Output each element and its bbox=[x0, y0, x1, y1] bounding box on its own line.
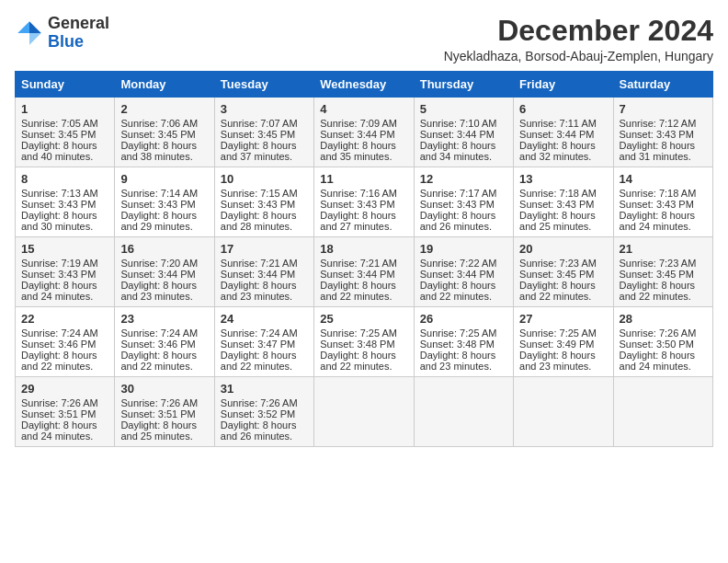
sunrise-text: Sunrise: 7:25 AM bbox=[420, 327, 497, 339]
day-number: 19 bbox=[420, 242, 507, 256]
month-title: December 2024 bbox=[444, 15, 713, 47]
sunrise-text: Sunrise: 7:15 AM bbox=[221, 188, 298, 199]
calendar-cell bbox=[314, 377, 414, 447]
day-number: 20 bbox=[519, 242, 607, 256]
sunset-text: Sunset: 3:45 PM bbox=[620, 269, 694, 280]
calendar-table: SundayMondayTuesdayWednesdayThursdayFrid… bbox=[15, 71, 713, 447]
sunrise-text: Sunrise: 7:24 AM bbox=[120, 327, 198, 339]
calendar-cell: 29Sunrise: 7:26 AMSunset: 3:51 PMDayligh… bbox=[16, 377, 115, 447]
calendar-cell: 8Sunrise: 7:13 AMSunset: 3:43 PMDaylight… bbox=[16, 167, 115, 237]
calendar-cell: 28Sunrise: 7:26 AMSunset: 3:50 PMDayligh… bbox=[613, 307, 712, 377]
sunrise-text: Sunrise: 7:26 AM bbox=[620, 327, 697, 339]
sunrise-text: Sunrise: 7:16 AM bbox=[320, 188, 397, 199]
calendar-cell: 18Sunrise: 7:21 AMSunset: 3:44 PMDayligh… bbox=[314, 237, 414, 307]
sunset-text: Sunset: 3:48 PM bbox=[420, 339, 495, 350]
day-number: 17 bbox=[221, 242, 308, 256]
calendar-cell: 22Sunrise: 7:24 AMSunset: 3:46 PMDayligh… bbox=[16, 307, 115, 377]
calendar-cell: 10Sunrise: 7:15 AMSunset: 3:43 PMDayligh… bbox=[214, 167, 313, 237]
daylight-text: Daylight: 8 hours and 22 minutes. bbox=[620, 280, 696, 302]
sunrise-text: Sunrise: 7:19 AM bbox=[21, 258, 98, 269]
sunset-text: Sunset: 3:50 PM bbox=[620, 339, 694, 350]
day-number: 18 bbox=[320, 242, 407, 256]
sunset-text: Sunset: 3:44 PM bbox=[320, 129, 394, 140]
day-number: 6 bbox=[519, 102, 607, 116]
sunset-text: Sunset: 3:43 PM bbox=[21, 269, 96, 280]
calendar-cell: 25Sunrise: 7:25 AMSunset: 3:48 PMDayligh… bbox=[314, 307, 414, 377]
calendar-cell: 16Sunrise: 7:20 AMSunset: 3:44 PMDayligh… bbox=[115, 237, 214, 307]
calendar-cell: 15Sunrise: 7:19 AMSunset: 3:43 PMDayligh… bbox=[16, 237, 115, 307]
daylight-text: Daylight: 8 hours and 24 minutes. bbox=[620, 350, 696, 372]
sunrise-text: Sunrise: 7:20 AM bbox=[120, 258, 198, 269]
calendar-cell: 24Sunrise: 7:24 AMSunset: 3:47 PMDayligh… bbox=[214, 307, 313, 377]
sunrise-text: Sunrise: 7:07 AM bbox=[221, 118, 298, 129]
sunrise-text: Sunrise: 7:13 AM bbox=[21, 188, 98, 199]
header-sunday: Sunday bbox=[16, 72, 115, 98]
day-number: 27 bbox=[519, 312, 607, 326]
sunrise-text: Sunrise: 7:12 AM bbox=[620, 118, 697, 129]
sunset-text: Sunset: 3:43 PM bbox=[221, 199, 295, 210]
daylight-text: Daylight: 8 hours and 22 minutes. bbox=[519, 280, 596, 302]
page-header: General Blue December 2024 Nyekladhaza, … bbox=[15, 15, 713, 63]
daylight-text: Daylight: 8 hours and 23 minutes. bbox=[420, 350, 496, 372]
day-number: 8 bbox=[21, 172, 108, 186]
day-number: 3 bbox=[221, 102, 308, 116]
day-number: 29 bbox=[21, 382, 108, 396]
day-number: 21 bbox=[620, 242, 707, 256]
calendar-cell bbox=[613, 377, 712, 447]
day-number: 9 bbox=[120, 172, 208, 186]
sunrise-text: Sunrise: 7:26 AM bbox=[120, 397, 198, 408]
sunrise-text: Sunrise: 7:10 AM bbox=[420, 118, 497, 129]
daylight-text: Daylight: 8 hours and 22 minutes. bbox=[120, 350, 197, 372]
day-number: 15 bbox=[21, 242, 108, 256]
calendar-cell: 21Sunrise: 7:23 AMSunset: 3:45 PMDayligh… bbox=[613, 237, 712, 307]
daylight-text: Daylight: 8 hours and 23 minutes. bbox=[120, 280, 197, 302]
sunset-text: Sunset: 3:51 PM bbox=[21, 408, 96, 419]
daylight-text: Daylight: 8 hours and 32 minutes. bbox=[519, 140, 596, 162]
calendar-cell: 30Sunrise: 7:26 AMSunset: 3:51 PMDayligh… bbox=[115, 377, 214, 447]
day-number: 5 bbox=[420, 102, 507, 116]
daylight-text: Daylight: 8 hours and 25 minutes. bbox=[519, 210, 596, 232]
day-number: 30 bbox=[120, 382, 208, 396]
sunset-text: Sunset: 3:43 PM bbox=[620, 199, 694, 210]
daylight-text: Daylight: 8 hours and 40 minutes. bbox=[21, 140, 97, 162]
calendar-cell: 1Sunrise: 7:05 AMSunset: 3:45 PMDaylight… bbox=[16, 98, 115, 167]
sunrise-text: Sunrise: 7:14 AM bbox=[120, 188, 198, 199]
sunset-text: Sunset: 3:44 PM bbox=[519, 129, 594, 140]
daylight-text: Daylight: 8 hours and 26 minutes. bbox=[221, 419, 297, 442]
calendar-cell: 14Sunrise: 7:18 AMSunset: 3:43 PMDayligh… bbox=[613, 167, 712, 237]
daylight-text: Daylight: 8 hours and 38 minutes. bbox=[120, 140, 197, 162]
sunrise-text: Sunrise: 7:18 AM bbox=[519, 188, 597, 199]
daylight-text: Daylight: 8 hours and 22 minutes. bbox=[420, 280, 496, 302]
calendar-cell bbox=[514, 377, 613, 447]
calendar-cell: 13Sunrise: 7:18 AMSunset: 3:43 PMDayligh… bbox=[514, 167, 613, 237]
sunset-text: Sunset: 3:51 PM bbox=[120, 408, 195, 419]
svg-marker-2 bbox=[29, 33, 41, 45]
header-thursday: Thursday bbox=[414, 72, 513, 98]
daylight-text: Daylight: 8 hours and 22 minutes. bbox=[221, 350, 297, 372]
daylight-text: Daylight: 8 hours and 27 minutes. bbox=[320, 210, 396, 232]
sunrise-text: Sunrise: 7:06 AM bbox=[120, 118, 198, 129]
daylight-text: Daylight: 8 hours and 22 minutes. bbox=[21, 350, 97, 372]
sunrise-text: Sunrise: 7:24 AM bbox=[21, 327, 98, 339]
day-number: 2 bbox=[120, 102, 208, 116]
sunset-text: Sunset: 3:44 PM bbox=[120, 269, 195, 280]
sunset-text: Sunset: 3:43 PM bbox=[620, 129, 694, 140]
week-row-1: 8Sunrise: 7:13 AMSunset: 3:43 PMDaylight… bbox=[16, 167, 713, 237]
daylight-text: Daylight: 8 hours and 24 minutes. bbox=[21, 280, 97, 302]
day-number: 24 bbox=[221, 312, 308, 326]
daylight-text: Daylight: 8 hours and 35 minutes. bbox=[320, 140, 396, 162]
day-number: 22 bbox=[21, 312, 108, 326]
calendar-cell bbox=[414, 377, 513, 447]
calendar-cell: 27Sunrise: 7:25 AMSunset: 3:49 PMDayligh… bbox=[514, 307, 613, 377]
svg-marker-1 bbox=[17, 21, 29, 33]
sunset-text: Sunset: 3:52 PM bbox=[221, 408, 295, 419]
sunset-text: Sunset: 3:45 PM bbox=[120, 129, 195, 140]
calendar-cell: 12Sunrise: 7:17 AMSunset: 3:43 PMDayligh… bbox=[414, 167, 513, 237]
day-number: 25 bbox=[320, 312, 407, 326]
logo-general: General bbox=[48, 14, 109, 32]
sunset-text: Sunset: 3:48 PM bbox=[320, 339, 394, 350]
daylight-text: Daylight: 8 hours and 23 minutes. bbox=[519, 350, 596, 372]
sunset-text: Sunset: 3:45 PM bbox=[519, 269, 594, 280]
daylight-text: Daylight: 8 hours and 31 minutes. bbox=[620, 140, 696, 162]
day-number: 4 bbox=[320, 102, 407, 116]
